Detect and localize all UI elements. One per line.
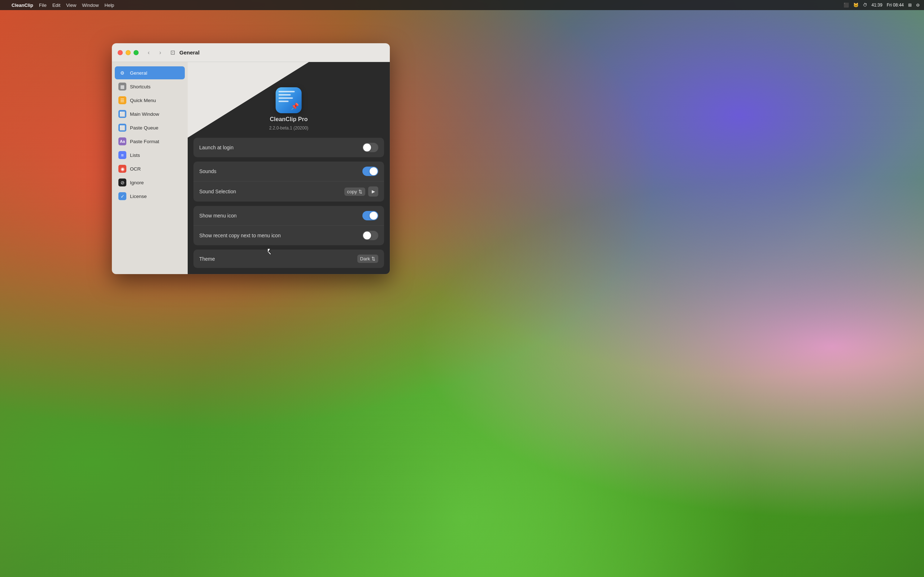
menu-icon-toggle-knob bbox=[370, 212, 378, 220]
forward-button[interactable]: › bbox=[156, 48, 165, 57]
sound-selection-item: Sound Selection copy ⇅ ▶ bbox=[194, 181, 384, 201]
paste-queue-icon: ⬜ bbox=[118, 124, 126, 132]
minimize-button[interactable] bbox=[126, 50, 131, 55]
sidebar-toggle-button[interactable]: ⊡ bbox=[170, 49, 175, 56]
launch-at-login-item: Launch at login bbox=[194, 138, 384, 157]
menubar-timer-icon: ⏱ bbox=[863, 3, 867, 8]
app-icon: 📌 bbox=[276, 87, 302, 113]
menubar-file[interactable]: File bbox=[39, 3, 47, 8]
app-icon-lines bbox=[279, 91, 299, 102]
quick-menu-icon: ☰ bbox=[118, 96, 126, 104]
icon-line-4 bbox=[279, 101, 289, 102]
menubar: CleanClip File Edit View Window Help ⬛ 🐱… bbox=[0, 0, 924, 10]
shortcuts-icon: ▦ bbox=[118, 82, 126, 90]
show-recent-copy-label: Show recent copy next to menu icon bbox=[199, 233, 281, 239]
sounds-label: Sounds bbox=[199, 168, 216, 174]
ocr-icon: ◉ bbox=[118, 165, 126, 173]
sidebar-label-shortcuts: Shortcuts bbox=[130, 84, 150, 89]
sidebar-label-quick-menu: Quick Menu bbox=[130, 98, 156, 103]
app-header: 📌 CleanClip Pro 2.2.0-beta.1 (20200) bbox=[188, 62, 390, 138]
sound-selection-label: Sound Selection bbox=[199, 189, 236, 194]
sidebar: ⚙ General ▦ Shortcuts ☰ Quick Menu ⬜ Mai… bbox=[112, 62, 188, 274]
sound-play-button[interactable]: ▶ bbox=[368, 187, 378, 197]
show-recent-copy-item: Show recent copy next to menu icon bbox=[194, 226, 384, 245]
menubar-left: CleanClip File Edit View Window Help bbox=[4, 3, 114, 8]
titlebar-nav: ‹ › ⊡ bbox=[144, 48, 175, 57]
sidebar-item-ocr[interactable]: ◉ OCR bbox=[115, 162, 185, 175]
menubar-user-icon[interactable]: ⊖ bbox=[916, 3, 920, 8]
launch-toggle-knob bbox=[363, 143, 371, 152]
recent-copy-toggle-knob bbox=[363, 232, 371, 239]
show-menu-icon-toggle[interactable] bbox=[362, 211, 378, 220]
menu-icon-settings-row: Show menu icon Show recent copy next to … bbox=[194, 206, 384, 245]
window-title: General bbox=[179, 49, 200, 56]
theme-dropdown[interactable]: Dark ⇅ bbox=[357, 255, 378, 263]
theme-item: Theme Dark ⇅ bbox=[194, 250, 384, 268]
theme-label: Theme bbox=[199, 256, 215, 262]
sidebar-label-main-window: Main Window bbox=[130, 111, 159, 117]
sidebar-item-lists[interactable]: ≡ Lists bbox=[115, 148, 185, 161]
main-window-icon: ⬜ bbox=[118, 110, 126, 118]
content-area: 📌 CleanClip Pro 2.2.0-beta.1 (20200) Lau… bbox=[188, 62, 390, 274]
sounds-toggle[interactable] bbox=[362, 167, 378, 176]
show-recent-copy-toggle[interactable] bbox=[362, 231, 378, 240]
sidebar-item-general[interactable]: ⚙ General bbox=[115, 66, 185, 79]
sound-value: copy bbox=[347, 189, 357, 194]
window-body: ⚙ General ▦ Shortcuts ☰ Quick Menu ⬜ Mai… bbox=[112, 62, 390, 274]
icon-line-2 bbox=[279, 94, 291, 95]
theme-value: Dark bbox=[360, 256, 370, 261]
sidebar-item-main-window[interactable]: ⬜ Main Window bbox=[115, 108, 185, 121]
maximize-button[interactable] bbox=[134, 50, 139, 55]
sound-dropdown[interactable]: copy ⇅ bbox=[344, 187, 365, 196]
sidebar-item-paste-queue[interactable]: ⬜ Paste Queue bbox=[115, 121, 185, 134]
sidebar-item-shortcuts[interactable]: ▦ Shortcuts bbox=[115, 80, 185, 93]
sidebar-item-ignore[interactable]: ⊘ Ignore bbox=[115, 176, 185, 189]
sound-dropdown-arrow: ⇅ bbox=[359, 189, 362, 194]
license-icon: ✓ bbox=[118, 192, 126, 200]
app-name-label: CleanClip Pro bbox=[270, 116, 308, 122]
sound-select-control: copy ⇅ ▶ bbox=[344, 187, 378, 197]
sidebar-label-ignore: Ignore bbox=[130, 180, 144, 185]
titlebar: ‹ › ⊡ General bbox=[112, 43, 390, 62]
launch-settings-row: Launch at login bbox=[194, 138, 384, 157]
ignore-icon: ⊘ bbox=[118, 179, 126, 187]
menubar-time: 41:39 bbox=[872, 3, 882, 8]
general-icon: ⚙ bbox=[118, 69, 126, 77]
menubar-window[interactable]: Window bbox=[82, 3, 99, 8]
preferences-window: ‹ › ⊡ General ⚙ General ▦ Shortcuts ☰ Qu… bbox=[112, 43, 390, 274]
menubar-date: Fri 08:44 bbox=[887, 3, 904, 8]
theme-dropdown-arrow: ⇅ bbox=[372, 256, 375, 261]
close-button[interactable] bbox=[118, 50, 123, 55]
launch-at-login-label: Launch at login bbox=[199, 145, 234, 150]
menubar-view[interactable]: View bbox=[66, 3, 76, 8]
sidebar-label-paste-format: Paste Format bbox=[130, 139, 159, 144]
app-version-label: 2.2.0-beta.1 (20200) bbox=[269, 126, 309, 131]
sidebar-label-license: License bbox=[130, 193, 147, 199]
sidebar-item-quick-menu[interactable]: ☰ Quick Menu bbox=[115, 94, 185, 107]
sounds-item: Sounds bbox=[194, 161, 384, 181]
sounds-toggle-knob bbox=[370, 167, 378, 175]
menubar-app-name[interactable]: CleanClip bbox=[11, 3, 33, 8]
app-info: 📌 CleanClip Pro 2.2.0-beta.1 (20200) bbox=[269, 87, 309, 131]
paste-format-icon: Aa bbox=[118, 137, 126, 145]
sidebar-item-license[interactable]: ✓ License bbox=[115, 190, 185, 203]
show-menu-icon-item: Show menu icon bbox=[194, 206, 384, 226]
sidebar-item-paste-format[interactable]: Aa Paste Format bbox=[115, 135, 185, 148]
menubar-right: ⬛ 🐱 ⏱ 41:39 Fri 08:44 ⊞ ⊖ bbox=[843, 3, 920, 8]
sidebar-label-general: General bbox=[130, 70, 147, 76]
sounds-settings-row: Sounds Sound Selection copy ⇅ ▶ bbox=[194, 161, 384, 201]
window-controls bbox=[118, 50, 139, 55]
icon-line-1 bbox=[279, 91, 295, 92]
settings-section: Launch at login Sounds bbox=[188, 138, 390, 274]
launch-at-login-toggle[interactable] bbox=[362, 143, 378, 152]
lists-icon: ≡ bbox=[118, 151, 126, 159]
menubar-help[interactable]: Help bbox=[105, 3, 115, 8]
sidebar-label-lists: Lists bbox=[130, 153, 140, 158]
sidebar-label-ocr: OCR bbox=[130, 166, 141, 172]
sidebar-label-paste-queue: Paste Queue bbox=[130, 125, 158, 131]
menubar-screen-icon: ⬛ bbox=[843, 3, 849, 8]
app-icon-pin: 📌 bbox=[291, 102, 299, 110]
menubar-edit[interactable]: Edit bbox=[52, 3, 60, 8]
back-button[interactable]: ‹ bbox=[144, 48, 153, 57]
menubar-control-center-icon[interactable]: ⊞ bbox=[908, 3, 912, 8]
